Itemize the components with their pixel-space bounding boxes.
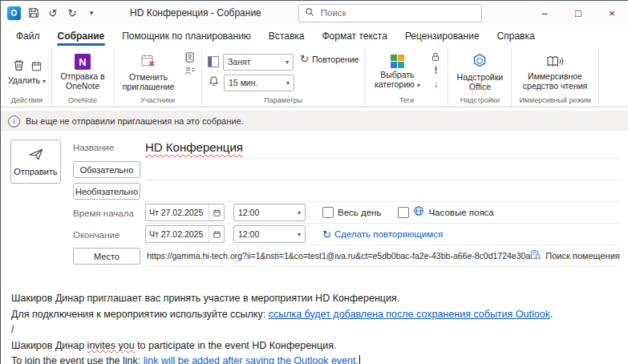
low-importance-icon[interactable]: ↓ bbox=[429, 79, 442, 90]
time-zones-checkbox[interactable] bbox=[398, 207, 409, 218]
office-addins-button[interactable]: Надстройки Office bbox=[454, 53, 505, 91]
response-options-icon[interactable] bbox=[183, 65, 196, 76]
recurrence-icon: ↻ bbox=[300, 54, 309, 64]
end-date-value: Чт 27.02.2025 bbox=[146, 229, 209, 239]
reminder-bell-icon bbox=[208, 75, 220, 91]
cancel-invitation-label: Отменить приглашение bbox=[120, 72, 177, 91]
misspelled-word: invites you bbox=[87, 340, 135, 351]
ribbon-group-options: Занят ▾ 15 мин. ▾ bbox=[202, 47, 365, 107]
address-book-icon[interactable] bbox=[183, 51, 196, 63]
title-bar: O ↺ ↻ ▾ HD Конференция - Собрание – □ × bbox=[1, 1, 628, 25]
ribbon-tab-bar: Файл Собрание Помощник по планированию В… bbox=[1, 25, 628, 47]
make-recurring-label: Сделать повторяющимся bbox=[334, 229, 443, 239]
placeholder-link-en[interactable]: link will be added after saving the Outl… bbox=[144, 355, 356, 364]
optional-button[interactable]: Необязательно bbox=[73, 183, 140, 200]
ribbon-group-actions: Удалить ▾ Действия bbox=[2, 47, 52, 107]
room-finder-button[interactable]: Поиск помещения bbox=[530, 249, 622, 262]
tab-scheduling-assistant[interactable]: Помощник по планированию bbox=[113, 25, 260, 47]
chevron-down-icon: ▾ bbox=[417, 82, 420, 89]
high-importance-icon[interactable]: ! bbox=[429, 65, 442, 76]
calendar-picker-icon[interactable] bbox=[209, 226, 224, 242]
show-as-select[interactable]: Занят ▾ bbox=[223, 54, 294, 71]
delete-button[interactable]: Удалить ▾ bbox=[8, 59, 46, 87]
end-date-picker[interactable]: Чт 27.02.2025 bbox=[145, 225, 225, 243]
room-finder-icon bbox=[530, 249, 541, 262]
optional-row: Необязательно bbox=[73, 180, 622, 202]
group-label-attendees: Участники bbox=[120, 95, 196, 107]
minimize-icon[interactable]: – bbox=[528, 1, 561, 25]
end-time-value: 12:00 bbox=[238, 229, 259, 239]
body-line-4-c: to participate in the event HD Конференц… bbox=[135, 340, 337, 351]
start-date-picker[interactable]: Чт 27.02.2025 bbox=[145, 204, 225, 221]
make-recurring-link[interactable]: ↻ Сделать повторяющимся bbox=[322, 229, 443, 240]
window-title: HD Конференция - Собрание bbox=[130, 7, 261, 18]
title-row: Название HD Конференция bbox=[73, 136, 622, 159]
chevron-down-icon: ▾ bbox=[298, 209, 301, 216]
start-time-select[interactable]: 12:00 ▾ bbox=[233, 204, 306, 221]
placeholder-link-ru[interactable]: ссылка будет добавлена после сохранения … bbox=[269, 309, 550, 320]
redo-icon[interactable]: ↻ bbox=[66, 6, 79, 19]
recurrence-button[interactable]: ↻ Повторение bbox=[300, 54, 359, 64]
end-time-label: Окончание bbox=[73, 230, 120, 240]
undo-icon[interactable]: ↺ bbox=[47, 6, 59, 19]
close-icon[interactable]: × bbox=[595, 1, 628, 25]
tab-meeting[interactable]: Собрание bbox=[49, 25, 114, 47]
required-row: Обязательно bbox=[73, 159, 622, 180]
text-cursor bbox=[359, 355, 360, 364]
categorize-button[interactable]: Выбрать категорию ▾ bbox=[371, 55, 423, 91]
send-button[interactable]: Отправить bbox=[10, 140, 61, 184]
location-value: https://gamma.hi-tech.org?ii=1&nsti=1&co… bbox=[145, 251, 530, 261]
room-finder-label: Поиск помещения bbox=[545, 251, 620, 261]
send-plane-icon bbox=[27, 147, 45, 164]
message-body[interactable]: Шакиров Динар приглашает вас принять уча… bbox=[1, 267, 628, 364]
body-line-5: To join the event use the link: link wil… bbox=[11, 354, 618, 364]
immersive-reader-button[interactable]: Иммерсивное средство чтения bbox=[521, 55, 590, 91]
tab-insert[interactable]: Вставка bbox=[260, 25, 314, 47]
cancel-invitation-icon bbox=[140, 53, 156, 71]
end-time-select[interactable]: 12:00 ▾ bbox=[233, 225, 306, 243]
office-addins-icon bbox=[472, 53, 488, 71]
chevron-down-icon: ▾ bbox=[298, 231, 301, 238]
search-icon bbox=[305, 6, 314, 20]
ribbon-group-attendees: Отменить приглашение Участники bbox=[114, 47, 202, 107]
all-day-checkbox-group[interactable]: Весь день bbox=[322, 207, 381, 218]
tab-format-text[interactable]: Формат текста bbox=[313, 25, 395, 47]
body-line-1: Шакиров Динар приглашает вас принять уча… bbox=[11, 291, 618, 307]
show-as-value: Занят bbox=[228, 57, 250, 67]
private-lock-icon[interactable] bbox=[429, 51, 442, 63]
immersive-reader-icon bbox=[546, 55, 564, 70]
title-input[interactable]: HD Конференция bbox=[145, 136, 622, 159]
optional-input[interactable] bbox=[145, 180, 622, 202]
tab-file[interactable]: Файл bbox=[7, 25, 49, 47]
location-button[interactable]: Место bbox=[73, 248, 140, 265]
body-line-5-a: To join the bbox=[11, 355, 59, 364]
group-label-options: Параметры bbox=[208, 95, 359, 107]
body-line-4: Шакиров Динар invites you to participate… bbox=[11, 338, 618, 354]
calendar-picker-icon[interactable] bbox=[209, 204, 224, 220]
time-zones-checkbox-group[interactable]: Часовые пояса bbox=[398, 205, 493, 220]
time-zones-label: Часовые пояса bbox=[428, 208, 493, 217]
search-box[interactable] bbox=[298, 4, 482, 22]
location-input[interactable]: https://gamma.hi-tech.org?ii=1&nsti=1&co… bbox=[145, 245, 622, 267]
body-line-2: Для подключения к мероприятию используйт… bbox=[11, 307, 618, 323]
calendar-icon bbox=[30, 60, 43, 74]
title-value: HD Конференция bbox=[145, 140, 243, 154]
send-to-onenote-button[interactable]: N Отправка в OneNote bbox=[58, 54, 107, 91]
customize-toolbar-icon[interactable]: ▾ bbox=[85, 6, 98, 19]
reminder-select[interactable]: 15 мин. ▾ bbox=[224, 75, 294, 91]
tab-help[interactable]: Справка bbox=[488, 25, 544, 47]
ribbon-group-addins: Надстройки Office Надстройки bbox=[448, 47, 512, 107]
search-input[interactable] bbox=[319, 7, 476, 18]
tab-review[interactable]: Рецензирование bbox=[396, 25, 488, 47]
quick-access-toolbar: O ↺ ↻ ▾ bbox=[7, 6, 98, 20]
save-icon[interactable] bbox=[27, 6, 40, 19]
all-day-checkbox[interactable] bbox=[322, 207, 334, 218]
body-line-3: / bbox=[11, 322, 618, 338]
cancel-invitation-button[interactable]: Отменить приглашение bbox=[120, 53, 177, 91]
maximize-icon[interactable]: □ bbox=[561, 1, 595, 25]
outlook-app-icon: O bbox=[7, 6, 21, 20]
required-input[interactable] bbox=[145, 159, 622, 180]
required-button[interactable]: Обязательно bbox=[73, 161, 140, 178]
chevron-down-icon: ▾ bbox=[286, 79, 290, 87]
categorize-icon bbox=[391, 55, 404, 68]
